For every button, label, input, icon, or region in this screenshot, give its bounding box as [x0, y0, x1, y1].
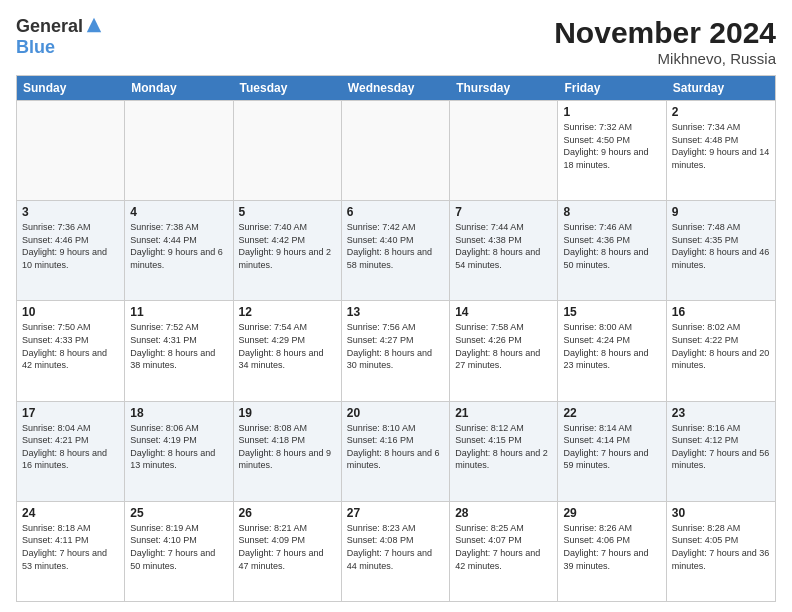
calendar-week-4: 17Sunrise: 8:04 AM Sunset: 4:21 PM Dayli…	[17, 401, 775, 501]
day-number: 12	[239, 305, 336, 319]
header-day-sunday: Sunday	[17, 76, 125, 100]
calendar-cell: 7Sunrise: 7:44 AM Sunset: 4:38 PM Daylig…	[450, 201, 558, 300]
day-info: Sunrise: 7:40 AM Sunset: 4:42 PM Dayligh…	[239, 221, 336, 271]
svg-marker-0	[87, 17, 101, 31]
day-number: 14	[455, 305, 552, 319]
header-day-monday: Monday	[125, 76, 233, 100]
calendar-cell: 20Sunrise: 8:10 AM Sunset: 4:16 PM Dayli…	[342, 402, 450, 501]
day-number: 20	[347, 406, 444, 420]
day-number: 5	[239, 205, 336, 219]
logo-general-text: General	[16, 16, 83, 37]
calendar-cell: 26Sunrise: 8:21 AM Sunset: 4:09 PM Dayli…	[234, 502, 342, 601]
day-number: 26	[239, 506, 336, 520]
calendar: SundayMondayTuesdayWednesdayThursdayFrid…	[16, 75, 776, 602]
day-info: Sunrise: 8:23 AM Sunset: 4:08 PM Dayligh…	[347, 522, 444, 572]
calendar-cell: 15Sunrise: 8:00 AM Sunset: 4:24 PM Dayli…	[558, 301, 666, 400]
day-number: 9	[672, 205, 770, 219]
calendar-cell: 21Sunrise: 8:12 AM Sunset: 4:15 PM Dayli…	[450, 402, 558, 501]
day-number: 27	[347, 506, 444, 520]
day-info: Sunrise: 8:00 AM Sunset: 4:24 PM Dayligh…	[563, 321, 660, 371]
day-number: 3	[22, 205, 119, 219]
calendar-cell: 24Sunrise: 8:18 AM Sunset: 4:11 PM Dayli…	[17, 502, 125, 601]
day-info: Sunrise: 8:08 AM Sunset: 4:18 PM Dayligh…	[239, 422, 336, 472]
day-number: 29	[563, 506, 660, 520]
day-info: Sunrise: 7:38 AM Sunset: 4:44 PM Dayligh…	[130, 221, 227, 271]
day-number: 17	[22, 406, 119, 420]
calendar-cell: 25Sunrise: 8:19 AM Sunset: 4:10 PM Dayli…	[125, 502, 233, 601]
calendar-cell	[125, 101, 233, 200]
calendar-cell: 10Sunrise: 7:50 AM Sunset: 4:33 PM Dayli…	[17, 301, 125, 400]
day-number: 18	[130, 406, 227, 420]
day-info: Sunrise: 8:12 AM Sunset: 4:15 PM Dayligh…	[455, 422, 552, 472]
day-number: 2	[672, 105, 770, 119]
day-number: 15	[563, 305, 660, 319]
calendar-cell: 18Sunrise: 8:06 AM Sunset: 4:19 PM Dayli…	[125, 402, 233, 501]
day-info: Sunrise: 8:19 AM Sunset: 4:10 PM Dayligh…	[130, 522, 227, 572]
day-info: Sunrise: 7:44 AM Sunset: 4:38 PM Dayligh…	[455, 221, 552, 271]
day-number: 16	[672, 305, 770, 319]
calendar-cell: 17Sunrise: 8:04 AM Sunset: 4:21 PM Dayli…	[17, 402, 125, 501]
day-number: 13	[347, 305, 444, 319]
calendar-cell	[234, 101, 342, 200]
header-day-saturday: Saturday	[667, 76, 775, 100]
day-info: Sunrise: 7:52 AM Sunset: 4:31 PM Dayligh…	[130, 321, 227, 371]
calendar-cell: 6Sunrise: 7:42 AM Sunset: 4:40 PM Daylig…	[342, 201, 450, 300]
day-info: Sunrise: 8:16 AM Sunset: 4:12 PM Dayligh…	[672, 422, 770, 472]
calendar-cell: 9Sunrise: 7:48 AM Sunset: 4:35 PM Daylig…	[667, 201, 775, 300]
day-info: Sunrise: 7:46 AM Sunset: 4:36 PM Dayligh…	[563, 221, 660, 271]
day-info: Sunrise: 7:54 AM Sunset: 4:29 PM Dayligh…	[239, 321, 336, 371]
day-number: 23	[672, 406, 770, 420]
day-number: 30	[672, 506, 770, 520]
calendar-cell: 27Sunrise: 8:23 AM Sunset: 4:08 PM Dayli…	[342, 502, 450, 601]
month-title: November 2024	[554, 16, 776, 50]
calendar-cell: 16Sunrise: 8:02 AM Sunset: 4:22 PM Dayli…	[667, 301, 775, 400]
day-info: Sunrise: 7:58 AM Sunset: 4:26 PM Dayligh…	[455, 321, 552, 371]
header-day-friday: Friday	[558, 76, 666, 100]
header-day-wednesday: Wednesday	[342, 76, 450, 100]
day-info: Sunrise: 8:26 AM Sunset: 4:06 PM Dayligh…	[563, 522, 660, 572]
calendar-week-2: 3Sunrise: 7:36 AM Sunset: 4:46 PM Daylig…	[17, 200, 775, 300]
day-info: Sunrise: 7:32 AM Sunset: 4:50 PM Dayligh…	[563, 121, 660, 171]
calendar-cell	[342, 101, 450, 200]
calendar-cell	[17, 101, 125, 200]
day-info: Sunrise: 8:21 AM Sunset: 4:09 PM Dayligh…	[239, 522, 336, 572]
day-number: 19	[239, 406, 336, 420]
day-number: 22	[563, 406, 660, 420]
day-number: 7	[455, 205, 552, 219]
day-info: Sunrise: 7:36 AM Sunset: 4:46 PM Dayligh…	[22, 221, 119, 271]
calendar-cell	[450, 101, 558, 200]
day-number: 1	[563, 105, 660, 119]
day-number: 25	[130, 506, 227, 520]
day-info: Sunrise: 7:48 AM Sunset: 4:35 PM Dayligh…	[672, 221, 770, 271]
logo-blue-text: Blue	[16, 37, 55, 58]
day-number: 11	[130, 305, 227, 319]
day-info: Sunrise: 8:10 AM Sunset: 4:16 PM Dayligh…	[347, 422, 444, 472]
calendar-week-3: 10Sunrise: 7:50 AM Sunset: 4:33 PM Dayli…	[17, 300, 775, 400]
calendar-cell: 23Sunrise: 8:16 AM Sunset: 4:12 PM Dayli…	[667, 402, 775, 501]
calendar-cell: 11Sunrise: 7:52 AM Sunset: 4:31 PM Dayli…	[125, 301, 233, 400]
logo-icon	[85, 16, 103, 34]
page: General Blue November 2024 Mikhnevo, Rus…	[0, 0, 792, 612]
day-info: Sunrise: 8:06 AM Sunset: 4:19 PM Dayligh…	[130, 422, 227, 472]
logo: General Blue	[16, 16, 103, 58]
day-info: Sunrise: 7:56 AM Sunset: 4:27 PM Dayligh…	[347, 321, 444, 371]
calendar-cell: 22Sunrise: 8:14 AM Sunset: 4:14 PM Dayli…	[558, 402, 666, 501]
day-number: 6	[347, 205, 444, 219]
location: Mikhnevo, Russia	[554, 50, 776, 67]
day-info: Sunrise: 8:25 AM Sunset: 4:07 PM Dayligh…	[455, 522, 552, 572]
calendar-week-5: 24Sunrise: 8:18 AM Sunset: 4:11 PM Dayli…	[17, 501, 775, 601]
calendar-cell: 12Sunrise: 7:54 AM Sunset: 4:29 PM Dayli…	[234, 301, 342, 400]
calendar-cell: 19Sunrise: 8:08 AM Sunset: 4:18 PM Dayli…	[234, 402, 342, 501]
day-info: Sunrise: 8:02 AM Sunset: 4:22 PM Dayligh…	[672, 321, 770, 371]
calendar-cell: 28Sunrise: 8:25 AM Sunset: 4:07 PM Dayli…	[450, 502, 558, 601]
header-day-thursday: Thursday	[450, 76, 558, 100]
calendar-cell: 29Sunrise: 8:26 AM Sunset: 4:06 PM Dayli…	[558, 502, 666, 601]
title-block: November 2024 Mikhnevo, Russia	[554, 16, 776, 67]
calendar-cell: 8Sunrise: 7:46 AM Sunset: 4:36 PM Daylig…	[558, 201, 666, 300]
day-number: 4	[130, 205, 227, 219]
day-info: Sunrise: 8:04 AM Sunset: 4:21 PM Dayligh…	[22, 422, 119, 472]
header: General Blue November 2024 Mikhnevo, Rus…	[16, 16, 776, 67]
calendar-header: SundayMondayTuesdayWednesdayThursdayFrid…	[17, 76, 775, 100]
calendar-cell: 30Sunrise: 8:28 AM Sunset: 4:05 PM Dayli…	[667, 502, 775, 601]
day-info: Sunrise: 8:28 AM Sunset: 4:05 PM Dayligh…	[672, 522, 770, 572]
